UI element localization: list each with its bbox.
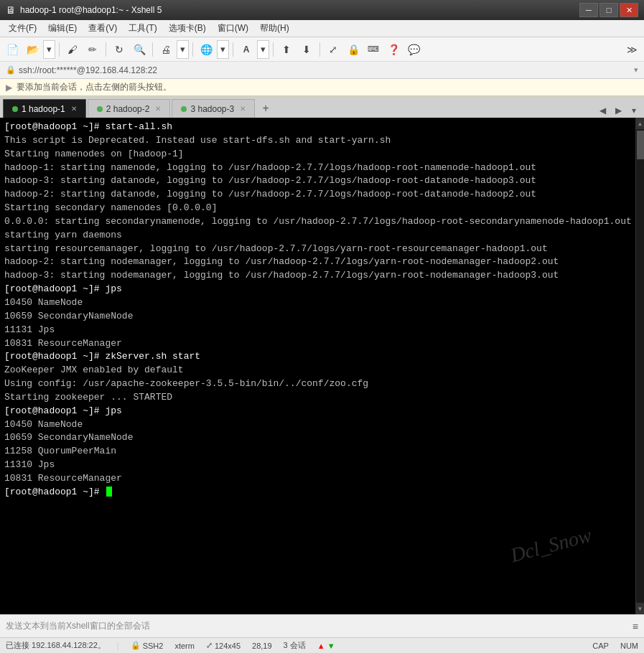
menu-item-f[interactable]: 文件(F) — [3, 21, 42, 36]
menu-item-w[interactable]: 窗口(W) — [212, 21, 254, 36]
status-bar: 已连接 192.168.44.128:22。 | 🔒 SSH2 xterm ⤢ … — [0, 637, 644, 653]
terminal-line: hadoop-3: starting datanode, logging to … — [4, 174, 631, 188]
tab-1-close[interactable]: ✕ — [71, 105, 77, 113]
status-separator-1: | — [117, 642, 119, 650]
terminal-type: xterm — [174, 642, 195, 650]
address-dropdown[interactable]: ▾ — [634, 65, 638, 75]
address-text: ssh://root:******@192.168.44.128:22 — [19, 65, 157, 75]
menu-item-v[interactable]: 查看(V) — [83, 21, 123, 36]
tab-prev-button[interactable]: ◀ — [595, 103, 610, 118]
terminal-line: 10831 ResourceManager — [4, 472, 631, 486]
input-bar: 发送文本到当前Xshell窗口的全部会话 ≡ — [0, 614, 644, 637]
terminal-line: starting yarn daemons — [4, 229, 631, 243]
terminal-line: Starting secondary namenodes [0.0.0.0] — [4, 202, 631, 215]
terminal-line: hadoop-2: starting datanode, logging to … — [4, 188, 631, 202]
scroll-up-button[interactable]: ▲ — [636, 118, 645, 129]
terminal-line: starting resourcemanager, logging to /us… — [4, 243, 631, 256]
tb-eraser-button[interactable]: ✏ — [83, 40, 102, 59]
tb-upload-button[interactable]: ⬆ — [277, 40, 296, 59]
menu-item-t[interactable]: 工具(T) — [123, 21, 162, 36]
title-text: hadoop-1 root@hadoop1:~ - Xshell 5 — [20, 5, 162, 15]
tab-nav: ◀ ▶ ▾ — [595, 103, 641, 118]
toolbar: 📄 📂 ▾ 🖌 ✏ ↻ 🔍 🖨 ▾ 🌐 ▾ A ▾ ⬆ ⬇ ⤢ 🔒 ⌨ ❓ 💬 … — [0, 37, 644, 62]
input-placeholder: 发送文本到当前Xshell窗口的全部会话 — [6, 620, 150, 632]
terminal-line: [root@hadoop1 ~]# jps — [4, 405, 631, 418]
tb-search-button[interactable]: 🔍 — [130, 40, 149, 59]
menu-bar: 文件(F)编辑(E)查看(V)工具(T)选项卡(B)窗口(W)帮助(H) — [0, 20, 644, 37]
tb-expand-button[interactable]: ⤢ — [324, 40, 342, 59]
terminal-line: hadoop-3: starting nodemanager, logging … — [4, 269, 631, 283]
minimize-button[interactable]: ─ — [579, 3, 598, 17]
tb-refresh-button[interactable]: ↻ — [110, 40, 129, 59]
tab-1-label: 1 hadoop-1 — [22, 104, 65, 114]
scrollbar[interactable]: ▲ ▼ — [635, 118, 644, 614]
scroll-down-button[interactable]: ▼ — [636, 603, 645, 614]
maximize-button[interactable]: □ — [599, 3, 618, 17]
tb-font-button[interactable]: A — [237, 40, 256, 59]
tb-print-dropdown[interactable]: ▾ — [177, 40, 189, 59]
address-lock-icon: 🔒 — [6, 65, 16, 75]
terminal-line: 10659 SecondaryNameNode — [4, 310, 631, 324]
tab-3-dot — [181, 106, 187, 112]
menu-item-h[interactable]: 帮助(H) — [254, 21, 295, 36]
cursor-position: 28,19 — [252, 642, 272, 650]
tab-3-label: 3 hadoop-3 — [190, 104, 234, 114]
terminal[interactable]: [root@hadoop1 ~]# start-all.shThis scrip… — [0, 118, 635, 614]
info-bar: ▶ 要添加当前会话，点击左侧的箭头按钮。 — [0, 79, 644, 96]
menu-item-e[interactable]: 编辑(E) — [42, 21, 83, 36]
tab-2-label: 2 hadoop-2 — [106, 104, 150, 114]
title-bar: 🖥 hadoop-1 root@hadoop1:~ - Xshell 5 ─ □… — [0, 0, 644, 20]
terminal-line: hadoop-1: starting namenode, logging to … — [4, 161, 631, 175]
tab-hadoop-1[interactable]: 1 hadoop-1 ✕ — [3, 99, 86, 118]
tb-print-button[interactable]: 🖨 — [157, 40, 175, 59]
menu-item-b[interactable]: 选项卡(B) — [163, 21, 212, 36]
tab-hadoop-3[interactable]: 3 hadoop-3 ✕ — [172, 99, 255, 118]
tb-help-button[interactable]: ❓ — [384, 40, 403, 59]
tb-globe-dropdown[interactable]: ▾ — [217, 40, 229, 59]
terminal-line: 11310 Jps — [4, 459, 631, 472]
tb-chat-button[interactable]: 💬 — [404, 40, 423, 59]
terminal-line: Using config: /usr/apache-zookeeper-3.5.… — [4, 377, 631, 391]
tab-bar: 1 hadoop-1 ✕ 2 hadoop-2 ✕ 3 hadoop-3 ✕ +… — [0, 96, 644, 118]
tb-open-button[interactable]: 📂 — [23, 40, 42, 59]
terminal-line: 11258 QuorumPeerMain — [4, 445, 631, 459]
terminal-line: This script is Deprecated. Instead use s… — [4, 134, 631, 148]
tb-keyboard-button[interactable]: ⌨ — [364, 40, 383, 59]
terminal-line: 10450 NameNode — [4, 296, 631, 310]
tab-3-close[interactable]: ✕ — [240, 105, 246, 113]
tab-next-button[interactable]: ▶ — [611, 103, 625, 118]
terminal-line: 11131 Jps — [4, 324, 631, 337]
input-expand-button[interactable]: ≡ — [633, 621, 638, 632]
watermark: Dcl_Snow — [508, 524, 594, 568]
terminal-wrapper: [root@hadoop1 ~]# start-all.shThis scrip… — [0, 118, 644, 614]
close-button[interactable]: ✕ — [620, 3, 638, 17]
tb-globe-button[interactable]: 🌐 — [197, 40, 215, 59]
title-controls: ─ □ ✕ — [579, 3, 638, 17]
tb-dropdown-1[interactable]: ▾ — [43, 40, 55, 59]
up-arrow-icon: ▲ — [317, 642, 325, 650]
terminal-line: [root@hadoop1 ~]# — [4, 486, 631, 499]
scroll-thumb[interactable] — [637, 131, 644, 159]
address-bar: 🔒 ssh://root:******@192.168.44.128:22 ▾ — [0, 62, 644, 79]
tb-lock-button[interactable]: 🔒 — [344, 40, 363, 59]
terminal-output: [root@hadoop1 ~]# start-all.shThis scrip… — [4, 121, 631, 499]
tab-hadoop-2[interactable]: 2 hadoop-2 ✕ — [88, 99, 171, 118]
info-arrow-icon: ▶ — [6, 83, 12, 93]
ssh-protocol: 🔒 SSH2 — [131, 641, 164, 650]
caps-lock-indicator: CAP — [592, 642, 609, 650]
tb-brush-button[interactable]: 🖌 — [63, 40, 82, 59]
upload-indicator: ▲ ▼ — [317, 642, 335, 650]
resize-icon: ⤢ — [206, 641, 213, 650]
terminal-line: [root@hadoop1 ~]# jps — [4, 283, 631, 296]
tab-add-button[interactable]: + — [256, 99, 275, 118]
lock-icon: 🔒 — [131, 641, 141, 650]
terminal-line: hadoop-2: starting nodemanager, logging … — [4, 255, 631, 269]
tb-new-button[interactable]: 📄 — [3, 40, 22, 59]
tab-menu-button[interactable]: ▾ — [627, 103, 641, 118]
tb-font-dropdown[interactable]: ▾ — [257, 40, 269, 59]
terminal-size: ⤢ 124x45 — [206, 641, 241, 650]
tb-more-button[interactable]: ≫ — [622, 40, 641, 59]
tb-download-button[interactable]: ⬇ — [297, 40, 316, 59]
session-count: 3 会话 — [284, 640, 306, 651]
tab-2-close[interactable]: ✕ — [155, 105, 161, 113]
